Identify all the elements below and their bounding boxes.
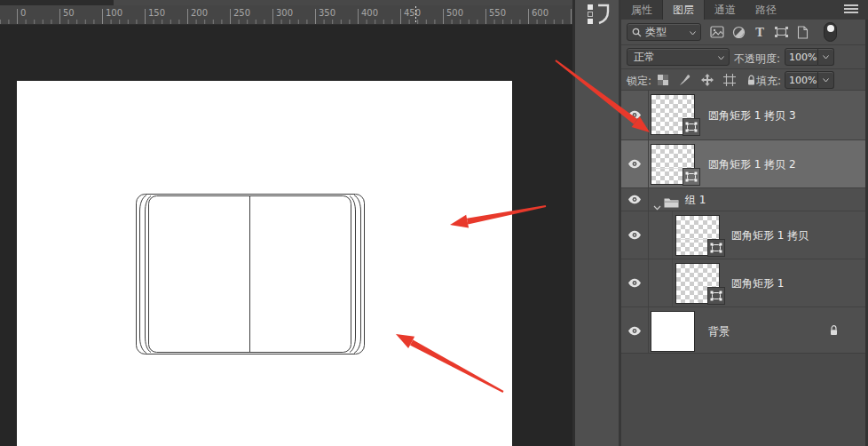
layer-filter-row: 类型 T: [621, 20, 865, 45]
chevron-down-icon: [690, 26, 696, 38]
fill-dropdown-button[interactable]: [818, 71, 834, 89]
vector-mask-badge-icon[interactable]: [707, 287, 725, 305]
layer-thumbnail[interactable]: [651, 311, 695, 352]
adjustment-filter-icon[interactable]: [728, 24, 749, 40]
smartobject-filter-icon[interactable]: [792, 24, 813, 40]
tab-paths[interactable]: 路径: [746, 0, 786, 20]
vector-mask-badge-icon[interactable]: [707, 239, 725, 257]
open-book-drawing: [17, 81, 512, 446]
panel-tab-bar: 属性图层通道路径: [621, 0, 868, 20]
svg-text:500: 500: [446, 8, 463, 18]
layers-panel: 属性图层通道路径 类型 T 正常 不透明度:: [621, 0, 868, 446]
layer-filter-toggle[interactable]: [824, 22, 837, 42]
svg-text:T: T: [755, 26, 764, 38]
layer-visibility-toggle[interactable]: [621, 307, 649, 354]
lock-artboard-icon[interactable]: [718, 73, 740, 87]
fill-label: 填充:: [756, 74, 781, 89]
layer-name[interactable]: 背景: [708, 323, 730, 338]
layers-list-empty-area: [621, 353, 865, 446]
layer-name[interactable]: 组 1: [685, 192, 706, 207]
opacity-dropdown-button[interactable]: [818, 48, 834, 66]
opacity-label: 不透明度:: [734, 52, 780, 67]
layer-row-group[interactable]: 组 1: [621, 188, 865, 211]
tab-channels[interactable]: 通道: [705, 0, 746, 20]
blend-mode-select[interactable]: 正常: [627, 48, 730, 66]
history-panel-icon[interactable]: [587, 4, 613, 25]
group-indent: [650, 259, 673, 307]
lock-row: 锁定: 填充: 100%: [621, 69, 865, 91]
layer-visibility-toggle[interactable]: [621, 140, 649, 187]
lock-label: 锁定:: [627, 74, 651, 89]
eye-icon: [627, 278, 642, 288]
layer-visibility-toggle[interactable]: [621, 188, 649, 211]
svg-text:200: 200: [191, 8, 208, 18]
group-folder-icon: [664, 195, 679, 211]
layer-name[interactable]: 圆角矩形 1 拷贝 3: [708, 108, 796, 123]
layer-row[interactable]: 圆角矩形 1 拷贝 2: [621, 140, 865, 188]
thumbnail-shape-hint: [698, 267, 698, 302]
svg-text:600: 600: [532, 8, 548, 18]
lock-pixels-icon[interactable]: [674, 73, 696, 87]
fill-value: 100%: [789, 75, 817, 86]
svg-text:350: 350: [319, 8, 335, 18]
collapsed-panel-dock: [572, 0, 621, 446]
layer-row[interactable]: 圆角矩形 1: [621, 259, 865, 307]
tab-layers[interactable]: 图层: [662, 0, 705, 20]
layer-name[interactable]: 圆角矩形 1: [731, 275, 784, 291]
layer-visibility-toggle[interactable]: [621, 259, 649, 307]
eye-icon: [627, 195, 642, 204]
layer-lock-icon: [829, 323, 839, 339]
type-filter-icon[interactable]: T: [749, 24, 770, 40]
eye-icon: [627, 326, 642, 336]
search-icon: [632, 28, 642, 37]
svg-text:100: 100: [106, 8, 122, 18]
eye-icon: [627, 159, 642, 169]
lock-position-icon[interactable]: [696, 73, 718, 87]
group-indent: [650, 211, 673, 259]
tab-properties[interactable]: 属性: [621, 0, 662, 20]
thumbnail-shape-hint: [673, 98, 674, 133]
chevron-down-icon: [718, 51, 724, 63]
layer-name[interactable]: 圆角矩形 1 拷贝: [731, 227, 809, 243]
svg-text:250: 250: [233, 8, 250, 18]
lock-transparency-icon[interactable]: [651, 73, 674, 87]
layer-row[interactable]: 圆角矩形 1 拷贝 3: [621, 91, 865, 140]
layer-filter-type-label: 类型: [645, 25, 667, 40]
opacity-value: 100%: [789, 52, 817, 63]
svg-text:300: 300: [276, 8, 293, 18]
svg-text:50: 50: [63, 8, 75, 18]
layers-list: 圆角矩形 1 拷贝 3圆角矩形 1 拷贝 2组 1圆角矩形 1 拷贝圆角矩形 1…: [621, 91, 865, 355]
opacity-value-field[interactable]: 100%: [785, 48, 818, 66]
blend-mode-row: 正常 不透明度: 100%: [621, 45, 865, 69]
filter-toggle-dot: [827, 25, 834, 32]
shape-filter-icon[interactable]: [770, 24, 792, 40]
layer-visibility-toggle[interactable]: [621, 91, 649, 139]
layer-row[interactable]: 背景: [621, 307, 865, 355]
panel-menu-icon[interactable]: [844, 4, 858, 14]
layer-filter-type-select[interactable]: 类型: [627, 23, 701, 41]
vector-mask-badge-icon[interactable]: [683, 168, 700, 186]
svg-text:450: 450: [404, 8, 421, 18]
svg-text:550: 550: [489, 8, 506, 18]
document-canvas[interactable]: [17, 81, 512, 446]
layer-visibility-toggle[interactable]: [621, 211, 649, 259]
horizontal-ruler[interactable]: 050100150200250300350400450500550600650: [0, 5, 572, 25]
layer-row[interactable]: 圆角矩形 1 拷贝: [621, 211, 865, 259]
canvas-workspace[interactable]: [0, 25, 572, 446]
svg-text:0: 0: [20, 8, 26, 18]
blend-mode-value: 正常: [634, 50, 655, 65]
image-filter-icon[interactable]: [706, 24, 728, 40]
photoshop-window: 050100150200250300350400450500550600650: [0, 0, 868, 446]
svg-text:150: 150: [148, 8, 165, 18]
vector-mask-badge-icon[interactable]: [683, 118, 700, 136]
fill-value-field[interactable]: 100%: [785, 71, 818, 89]
layer-name[interactable]: 圆角矩形 1 拷贝 2: [708, 156, 796, 171]
eye-icon: [627, 230, 642, 240]
eye-icon: [627, 110, 642, 120]
svg-text:400: 400: [361, 8, 378, 18]
